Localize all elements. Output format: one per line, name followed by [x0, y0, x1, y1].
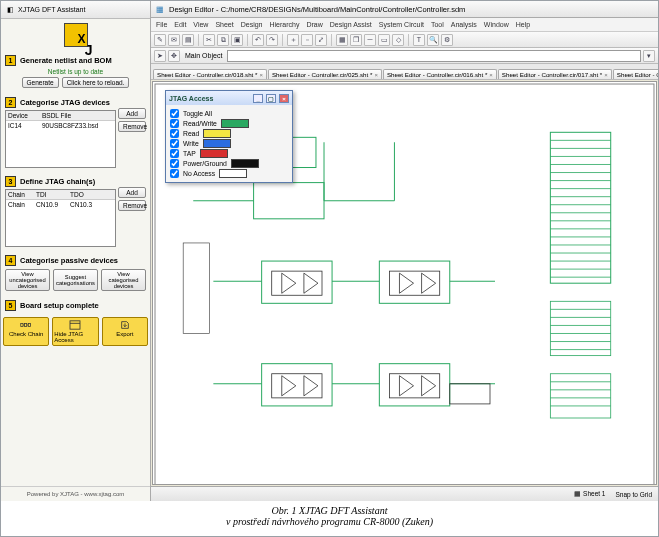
step-num-4: 4 [5, 255, 16, 266]
jtag-access-titlebar[interactable]: JTAG Access _ ▢ × [166, 91, 292, 105]
col-tdi: TDI [34, 190, 68, 199]
tab-sheet[interactable]: Sheet Editor - Controller.cir/017.sht *× [498, 69, 612, 79]
left-panel: ◧ XJTAG DFT Assistant 1 Generate netlist… [1, 1, 151, 501]
step-num-1: 1 [5, 55, 16, 66]
cb-powerground[interactable] [170, 159, 179, 168]
add-device-button[interactable]: Add [118, 108, 146, 119]
close-icon[interactable]: × [374, 72, 378, 78]
toolbar-misc-icon[interactable]: ▾ [643, 50, 655, 62]
editor-icon: ▦ [155, 4, 165, 14]
status-sheet: ▦ Sheet 1 [574, 490, 605, 498]
suggest-cat-button[interactable]: Suggest categorisations [53, 269, 98, 291]
layer-icon[interactable]: ❐ [350, 34, 362, 46]
reload-button[interactable]: Click here to reload. [62, 77, 130, 88]
step-5: 5 Board setup complete [5, 300, 146, 311]
text-icon[interactable]: T [413, 34, 425, 46]
check-chain-button[interactable]: Check Chain [3, 317, 49, 346]
step-4: 4 Categorise passive devices View uncate… [5, 255, 146, 294]
toggle-all-label: Toggle All [183, 110, 212, 117]
hide-jtag-access-button[interactable]: Hide JTAG Access [52, 317, 98, 346]
close-icon[interactable]: × [279, 94, 289, 103]
menu-design-assist[interactable]: Design Assist [330, 21, 372, 28]
tab-sheet[interactable]: Sheet Editor - Controller.cir/016.sht *× [383, 69, 497, 79]
cb-read[interactable] [170, 129, 179, 138]
undo-icon[interactable]: ↶ [252, 34, 264, 46]
remove-device-button[interactable]: Remove [118, 121, 146, 132]
toggle-all-checkbox[interactable] [170, 109, 179, 118]
search-icon[interactable]: 🔍 [427, 34, 439, 46]
jtag-access-body: Toggle All Read/Write Read Write TAP Pow… [166, 105, 292, 182]
menu-view[interactable]: View [193, 21, 208, 28]
menu-design[interactable]: Design [241, 21, 263, 28]
menu-sheet[interactable]: Sheet [215, 21, 233, 28]
open-icon[interactable]: ✉ [168, 34, 180, 46]
figure-caption: Obr. 1 XJTAG DFT Assistant v prostředí n… [1, 501, 658, 529]
generate-button[interactable]: Generate [22, 77, 59, 88]
export-button[interactable]: Export [102, 317, 148, 346]
jtag-devices-list[interactable]: Device BSDL File IC14 90USBC8FZ33.bsd [5, 110, 116, 168]
toolbar-1: ✎ ✉ ▤ ✂ ⧉ ▣ ↶ ↷ ＋ － ⤢ ▦ ❐ ─ ▭ ◇ [151, 32, 658, 48]
tab-sheet[interactable]: Sheet Editor - Controller.cir/025.sht *× [268, 69, 382, 79]
swatch-powerground [231, 159, 259, 168]
wire-icon[interactable]: ─ [364, 34, 376, 46]
jtag-access-window[interactable]: JTAG Access _ ▢ × Toggle All Read/Write [165, 90, 293, 183]
col-tdo: TDO [68, 190, 86, 199]
close-icon[interactable]: × [259, 72, 263, 78]
cb-noaccess[interactable] [170, 169, 179, 178]
pointer-icon[interactable]: ➤ [154, 50, 166, 62]
maximize-icon[interactable]: ▢ [266, 94, 276, 103]
save-icon[interactable]: ▤ [182, 34, 194, 46]
cb-readwrite[interactable] [170, 119, 179, 128]
step-2: 2 Categorise JTAG devices Device BSDL Fi… [5, 97, 146, 170]
cut-icon[interactable]: ✂ [203, 34, 215, 46]
menu-system-circuit[interactable]: System Circuit [379, 21, 424, 28]
zoom-fit-icon[interactable]: ⤢ [315, 34, 327, 46]
part-icon[interactable]: ▭ [378, 34, 390, 46]
tab-sheet[interactable]: Sheet Editor - Controller.cir/019.sht *× [613, 69, 658, 79]
xj-logo [1, 19, 150, 51]
jtag-chain-list[interactable]: Chain TDI TDO Chain CN10.9 CN10.3 [5, 189, 116, 247]
menu-edit[interactable]: Edit [174, 21, 186, 28]
redo-icon[interactable]: ↷ [266, 34, 278, 46]
close-icon[interactable]: × [604, 72, 608, 78]
col-device: Device [6, 111, 40, 120]
app-icon: ◧ [5, 5, 15, 15]
settings-icon[interactable]: ⚙ [441, 34, 453, 46]
menu-file[interactable]: File [156, 21, 167, 28]
toolbar-2: ➤ ✥ Main Object ▾ [151, 48, 658, 64]
zoom-in-icon[interactable]: ＋ [287, 34, 299, 46]
pan-icon[interactable]: ✥ [168, 50, 180, 62]
grid-icon[interactable]: ▦ [336, 34, 348, 46]
step5-title: Board setup complete [20, 301, 99, 310]
table-row[interactable]: Chain CN10.9 CN10.3 [6, 200, 115, 209]
swatch-write [203, 139, 231, 148]
menu-window[interactable]: Window [484, 21, 509, 28]
menu-bar: File Edit View Sheet Design Hierarchy Dr… [151, 18, 658, 32]
svg-rect-5 [70, 321, 80, 329]
view-cat-button[interactable]: View categorised devices [101, 269, 146, 291]
col-chain: Chain [6, 190, 34, 199]
zoom-out-icon[interactable]: － [301, 34, 313, 46]
menu-tool[interactable]: Tool [431, 21, 444, 28]
main-object-input[interactable] [227, 50, 641, 62]
view-uncat-button[interactable]: View uncategorised devices [5, 269, 50, 291]
remove-chain-button[interactable]: Remove [118, 200, 146, 211]
tab-sheet[interactable]: Sheet Editor - Controller.cir/018.sht *× [153, 69, 267, 79]
paste-icon[interactable]: ▣ [231, 34, 243, 46]
menu-hierarchy[interactable]: Hierarchy [269, 21, 299, 28]
menu-draw[interactable]: Draw [306, 21, 322, 28]
net-icon[interactable]: ◇ [392, 34, 404, 46]
menu-help[interactable]: Help [516, 21, 530, 28]
menu-analysis[interactable]: Analysis [451, 21, 477, 28]
add-chain-button[interactable]: Add [118, 187, 146, 198]
new-icon[interactable]: ✎ [154, 34, 166, 46]
cb-write[interactable] [170, 139, 179, 148]
right-panel: ▦ Design Editor - C:/home/CR8/DESIGNs/Mu… [151, 1, 658, 501]
minimize-icon[interactable]: _ [253, 94, 263, 103]
copy-icon[interactable]: ⧉ [217, 34, 229, 46]
close-icon[interactable]: × [489, 72, 493, 78]
table-row[interactable]: IC14 90USBC8FZ33.bsd [6, 121, 115, 130]
design-editor-titlebar: ▦ Design Editor - C:/home/CR8/DESIGNs/Mu… [151, 1, 658, 18]
schematic-canvas[interactable]: JTAG Access _ ▢ × Toggle All Read/Write [152, 81, 657, 485]
cb-tap[interactable] [170, 149, 179, 158]
